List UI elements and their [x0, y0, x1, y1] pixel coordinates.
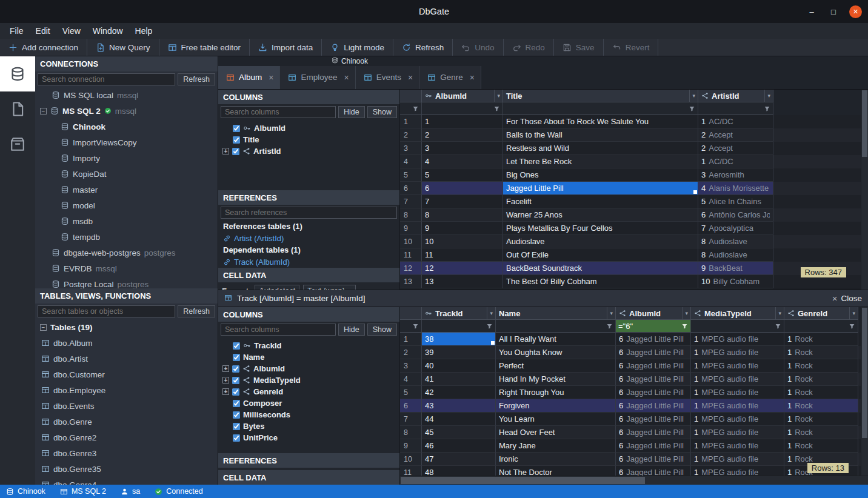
- column-item-albumid[interactable]: +AlbumId: [218, 363, 399, 374]
- cell-genreid[interactable]: 1Rock: [784, 426, 858, 439]
- reference-link-artist-artistid[interactable]: Artist (ArtistId): [218, 233, 399, 244]
- connection-item-dbgate-web-postgres[interactable]: dbgate-web-postgrespostgres: [35, 245, 218, 261]
- cell-artistid[interactable]: 6Antônio Carlos Jobim: [698, 208, 773, 222]
- search-tables-input[interactable]: [38, 305, 175, 317]
- horizontal-scrollbar[interactable]: [400, 476, 868, 485]
- connection-item-kopiedat[interactable]: KopieDat: [35, 166, 218, 182]
- cell-artistid[interactable]: 4Alanis Morissette: [698, 182, 773, 195]
- filter-input-albumid[interactable]: [422, 102, 503, 115]
- column-checkbox[interactable]: [233, 125, 240, 132]
- cell-albumid[interactable]: 4: [422, 155, 503, 168]
- cell-name[interactable]: Right Through You: [496, 386, 616, 399]
- cell-genreid[interactable]: 1Rock: [784, 333, 858, 346]
- cell-title[interactable]: Audioslave: [503, 235, 698, 248]
- toolbar-new-query-button[interactable]: New Query: [87, 39, 159, 56]
- cell-mediatypeid[interactable]: 1MPEG audio file: [691, 359, 784, 373]
- table-item-dbo-genre4[interactable]: dbo.Genre4: [35, 477, 218, 485]
- column-checkbox[interactable]: [233, 342, 240, 350]
- column-menu-chevron-icon[interactable]: ▾: [607, 307, 615, 319]
- cell-name[interactable]: You Oughta Know: [496, 346, 616, 359]
- column-menu-chevron-icon[interactable]: ▾: [775, 307, 784, 319]
- column-checkbox[interactable]: [233, 354, 240, 361]
- row-number-cell[interactable]: 3: [400, 359, 422, 373]
- row-number-cell[interactable]: 4: [400, 155, 422, 168]
- column-checkbox[interactable]: [233, 434, 240, 442]
- vertical-scrollbar-thumb[interactable]: [862, 90, 867, 157]
- row-number-cell[interactable]: 3: [400, 142, 422, 155]
- filter-input-name[interactable]: [496, 320, 616, 333]
- status-connected[interactable]: Connected: [155, 487, 202, 496]
- table-item-dbo-album[interactable]: dbo.Album: [35, 335, 218, 351]
- cell-albumid[interactable]: 6Jagged Little Pill: [616, 439, 691, 453]
- toolbar-add-connection-button[interactable]: Add connection: [0, 39, 87, 56]
- cell-title[interactable]: Restless and Wild: [503, 142, 698, 155]
- vertical-scrollbar[interactable]: [861, 307, 868, 476]
- widget-db-button[interactable]: [0, 56, 35, 91]
- cell-albumid[interactable]: 6Jagged Little Pill: [616, 453, 691, 466]
- column-item-mediatypeid[interactable]: +MediaTypeId: [218, 374, 399, 386]
- tab-album[interactable]: Album×: [218, 66, 280, 89]
- cell-name[interactable]: Head Over Feet: [496, 426, 616, 439]
- column-menu-chevron-icon[interactable]: ▾: [689, 90, 698, 102]
- cell-mediatypeid[interactable]: 1MPEG audio file: [691, 439, 784, 453]
- column-item-title[interactable]: Title: [218, 134, 399, 145]
- row-number-cell[interactable]: 4: [400, 373, 422, 386]
- column-checkbox[interactable]: [232, 377, 239, 384]
- search-references-input[interactable]: [221, 207, 397, 219]
- close-reference-panel-button[interactable]: × Close: [832, 293, 862, 304]
- cell-genreid[interactable]: 1Rock: [784, 346, 858, 359]
- cell-title[interactable]: Let There Be Rock: [503, 155, 698, 168]
- search-columns-input[interactable]: [221, 106, 336, 118]
- row-number-cell[interactable]: 5: [400, 168, 422, 182]
- cell-mediatypeid[interactable]: 1MPEG audio file: [691, 346, 784, 359]
- column-checkbox[interactable]: [232, 148, 239, 155]
- filter-input-trackid[interactable]: [422, 320, 496, 333]
- toolbar-free-table-editor-button[interactable]: Free table editor: [159, 39, 250, 56]
- cell-artistid[interactable]: 8Audioslave: [698, 235, 773, 248]
- column-checkbox[interactable]: [233, 411, 240, 419]
- cell-albumid[interactable]: 6Jagged Little Pill: [616, 333, 691, 346]
- cell-genreid[interactable]: 1Rock: [784, 439, 858, 453]
- grid-corner-header[interactable]: [400, 307, 422, 320]
- vertical-scrollbar-thumb[interactable]: [862, 308, 867, 438]
- row-number-cell[interactable]: 6: [400, 399, 422, 413]
- cell-artistid[interactable]: 2Accept: [698, 128, 773, 142]
- row-number-cell[interactable]: 9: [400, 439, 422, 453]
- cell-trackid[interactable]: 39: [422, 346, 496, 359]
- toolbar-refresh-button[interactable]: Refresh: [393, 39, 453, 56]
- filter-corner[interactable]: [400, 320, 422, 333]
- close-tab-icon[interactable]: ×: [269, 73, 273, 82]
- widget-file-button[interactable]: [0, 91, 35, 127]
- cell-name[interactable]: Forgiven: [496, 399, 616, 413]
- tab-events[interactable]: Events×: [356, 66, 419, 89]
- cell-mediatypeid[interactable]: 1MPEG audio file: [691, 426, 784, 439]
- cell-artistid[interactable]: 1AC/DC: [698, 155, 773, 168]
- close-tab-icon[interactable]: ×: [344, 73, 349, 82]
- table-item-dbo-employee[interactable]: dbo.Employee: [35, 382, 218, 398]
- column-header-trackid[interactable]: TrackId▾: [422, 307, 496, 320]
- column-item-unitprice[interactable]: UnitPrice: [218, 432, 399, 443]
- cell-title[interactable]: Big Ones: [503, 168, 698, 182]
- column-item-genreid[interactable]: +GenreId: [218, 386, 399, 397]
- cell-trackid[interactable]: 43: [422, 399, 496, 413]
- connection-item-master[interactable]: master: [35, 182, 218, 198]
- row-number-cell[interactable]: 10: [400, 235, 422, 248]
- filter-input-artistid[interactable]: [698, 102, 773, 115]
- cell-albumid[interactable]: 6: [422, 182, 503, 195]
- tab-genre[interactable]: Genre×: [419, 66, 481, 89]
- cell-mediatypeid[interactable]: 1MPEG audio file: [691, 453, 784, 466]
- row-number-cell[interactable]: 1: [400, 115, 422, 128]
- table-item-dbo-genre[interactable]: dbo.Genre: [35, 414, 218, 430]
- toolbar-import-data-button[interactable]: Import data: [250, 39, 322, 56]
- row-number-cell[interactable]: 11: [400, 466, 422, 476]
- filter-input-title[interactable]: [503, 102, 698, 115]
- collapse-icon[interactable]: −: [40, 324, 47, 331]
- row-number-cell[interactable]: 11: [400, 248, 422, 262]
- cell-albumid[interactable]: 9: [422, 222, 503, 235]
- connection-item-model[interactable]: model: [35, 198, 218, 213]
- cell-trackid[interactable]: 38: [422, 333, 496, 346]
- column-item-milliseconds[interactable]: Milliseconds: [218, 409, 399, 420]
- cell-albumid[interactable]: 1: [422, 115, 503, 128]
- cell-albumid[interactable]: 13: [422, 275, 503, 288]
- column-menu-chevron-icon[interactable]: ▾: [682, 307, 690, 319]
